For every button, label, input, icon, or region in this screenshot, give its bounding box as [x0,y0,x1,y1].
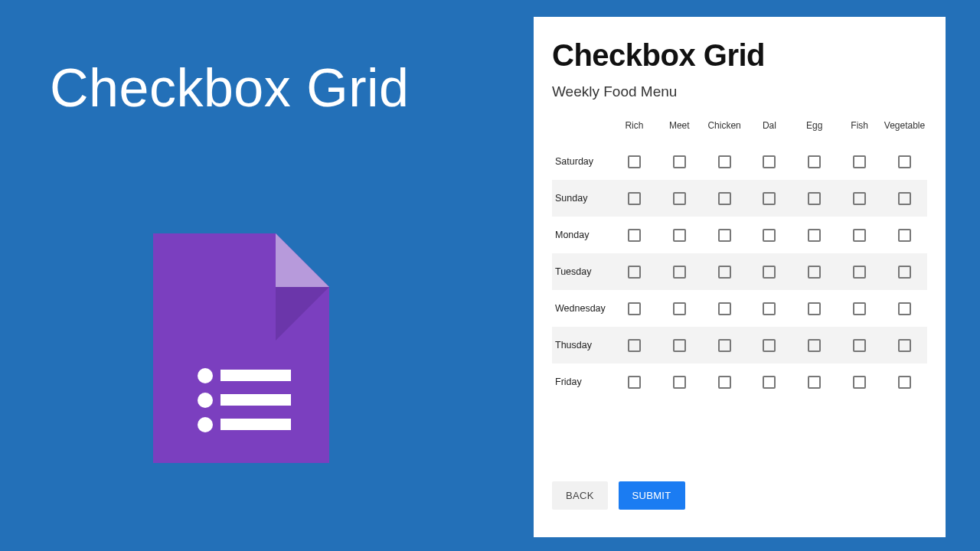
checkbox[interactable] [898,302,911,315]
grid-cell [882,290,927,327]
checkbox[interactable] [853,339,866,352]
grid-cell [612,180,657,217]
checkbox[interactable] [808,229,821,242]
checkbox[interactable] [763,302,776,315]
checkbox[interactable] [898,192,911,205]
checkbox[interactable] [808,376,821,389]
grid-corner [552,114,612,143]
col-header: Chicken [702,114,747,143]
row-label: Friday [552,364,612,400]
grid-row: Tuesday [552,253,927,290]
grid-cell [657,327,702,364]
checkbox[interactable] [853,155,866,168]
checkbox[interactable] [628,229,641,242]
grid-cell [702,290,747,327]
grid-cell [837,364,882,400]
checkbox[interactable] [673,339,686,352]
checkbox[interactable] [628,266,641,279]
checkbox[interactable] [898,155,911,168]
checkbox[interactable] [628,192,641,205]
checkbox[interactable] [673,302,686,315]
grid-cell [747,290,792,327]
grid-cell [792,253,837,290]
grid-cell [747,143,792,180]
checkbox[interactable] [718,155,731,168]
checkbox[interactable] [628,339,641,352]
grid-cell [837,253,882,290]
grid-header-row: Rich Meet Chicken Dal Egg Fish Vegetable [552,114,927,143]
checkbox[interactable] [853,266,866,279]
grid-cell [747,327,792,364]
row-label: Saturday [552,143,612,180]
grid-cell [882,143,927,180]
checkbox[interactable] [763,266,776,279]
submit-button[interactable]: SUBMIT [619,481,685,510]
grid-cell [792,327,837,364]
checkbox[interactable] [763,192,776,205]
checkbox[interactable] [808,302,821,315]
grid-cell [837,143,882,180]
checkbox[interactable] [628,376,641,389]
checkbox[interactable] [718,229,731,242]
grid-cell [837,217,882,253]
grid-cell [657,143,702,180]
checkbox[interactable] [853,376,866,389]
grid-cell [747,217,792,253]
row-label: Sunday [552,180,612,217]
checkbox[interactable] [673,155,686,168]
checkbox[interactable] [718,376,731,389]
svg-rect-5 [220,419,291,430]
checkbox[interactable] [853,229,866,242]
checkbox[interactable] [718,266,731,279]
grid-cell [702,364,747,400]
checkbox[interactable] [673,229,686,242]
grid-cell [882,327,927,364]
checkbox[interactable] [673,192,686,205]
grid-cell [612,143,657,180]
checkbox[interactable] [898,229,911,242]
checkbox-grid: Rich Meet Chicken Dal Egg Fish Vegetable… [552,114,927,400]
checkbox[interactable] [673,376,686,389]
google-forms-icon [153,233,329,463]
checkbox[interactable] [628,302,641,315]
col-header: Vegetable [882,114,927,143]
grid-cell [882,253,927,290]
col-header: Egg [792,114,837,143]
grid-row: Saturday [552,143,927,180]
checkbox[interactable] [718,192,731,205]
col-header: Dal [747,114,792,143]
checkbox[interactable] [718,339,731,352]
checkbox[interactable] [763,339,776,352]
grid-cell [882,217,927,253]
grid-cell [657,180,702,217]
checkbox[interactable] [853,302,866,315]
grid-cell [657,364,702,400]
checkbox[interactable] [718,302,731,315]
grid-cell [837,327,882,364]
checkbox[interactable] [673,266,686,279]
checkbox[interactable] [898,339,911,352]
checkbox[interactable] [808,192,821,205]
checkbox[interactable] [898,266,911,279]
checkbox[interactable] [853,192,866,205]
checkbox[interactable] [808,339,821,352]
checkbox[interactable] [898,376,911,389]
checkbox[interactable] [763,229,776,242]
grid-cell [792,364,837,400]
checkbox[interactable] [628,155,641,168]
back-button[interactable]: BACK [552,481,608,510]
form-actions: BACK SUBMIT [552,481,685,510]
grid-row: Wednesday [552,290,927,327]
grid-cell [702,253,747,290]
grid-cell [702,180,747,217]
checkbox[interactable] [808,266,821,279]
checkbox[interactable] [763,376,776,389]
checkbox[interactable] [763,155,776,168]
card-subtitle: Weekly Food Menu [552,83,927,100]
grid-cell [612,290,657,327]
checkbox[interactable] [808,155,821,168]
grid-cell [837,180,882,217]
grid-cell [837,290,882,327]
grid-cell [612,253,657,290]
grid-cell [882,364,927,400]
